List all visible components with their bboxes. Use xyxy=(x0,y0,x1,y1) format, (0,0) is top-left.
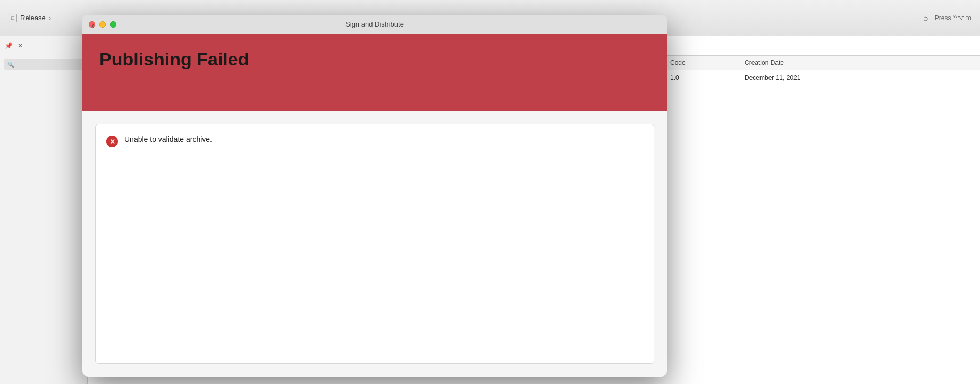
maximize-button[interactable] xyxy=(110,21,116,28)
close-panel-icon[interactable]: ✕ xyxy=(16,41,24,50)
fail-header: Publishing Failed xyxy=(82,34,667,111)
row-code: 1.0 xyxy=(670,74,723,81)
breadcrumb: □ Release › xyxy=(9,14,51,22)
press-hint: Press '^⌥ to xyxy=(935,14,971,22)
error-message: Unable to validate archive. xyxy=(124,135,212,144)
minimize-button[interactable] xyxy=(99,21,106,28)
fail-title: Publishing Failed xyxy=(99,49,650,70)
error-content: ✕ Unable to validate archive. xyxy=(95,124,654,364)
row-creation-date: December 11, 2021 xyxy=(745,74,800,81)
window-icon: □ xyxy=(9,14,17,22)
error-row: ✕ Unable to validate archive. xyxy=(106,135,643,147)
pin-icon[interactable]: 📌 xyxy=(4,41,13,50)
search-icon-small: 🔍 xyxy=(7,62,14,68)
sign-distribute-dialog: Sign and Distribute ‹ Publishing Failed … xyxy=(82,15,667,377)
dialog-titlebar: Sign and Distribute xyxy=(82,15,667,34)
dialog-body: ‹ Publishing Failed ✕ Unable to validate… xyxy=(82,34,667,377)
toolbar-right: ⌕ Press '^⌥ to xyxy=(923,13,971,23)
breadcrumb-label: Release xyxy=(20,14,46,22)
col-header-code: Code xyxy=(670,59,723,66)
left-panel: 📌 ✕ 🔍 xyxy=(0,36,88,384)
search-icon[interactable]: ⌕ xyxy=(923,13,928,23)
dialog-title: Sign and Distribute xyxy=(345,20,404,28)
breadcrumb-arrow: › xyxy=(49,14,51,22)
error-icon: ✕ xyxy=(106,136,118,147)
left-panel-toolbar: 📌 ✕ xyxy=(0,36,87,55)
col-header-date: Creation Date xyxy=(745,59,784,66)
search-bar[interactable]: 🔍 xyxy=(4,59,83,70)
